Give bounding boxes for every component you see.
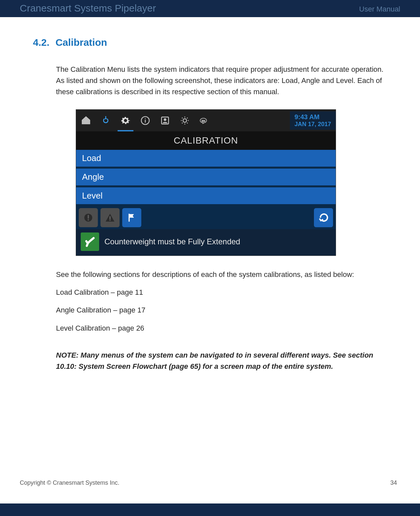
svg-point-3 xyxy=(183,119,187,122)
ref-level: Level Calibration – page 26 xyxy=(56,323,387,334)
info-icon[interactable] xyxy=(135,110,155,131)
back-icon[interactable] xyxy=(314,208,333,227)
clock-date: JAN 17, 2017 xyxy=(294,121,331,128)
body-text-block: The Calibration Menu lists the system in… xyxy=(56,64,387,97)
svg-point-2 xyxy=(164,119,166,121)
clock-time: 9:43 AM xyxy=(294,113,331,121)
device-screen-title: CALIBRATION xyxy=(76,131,336,150)
doc-type: User Manual xyxy=(359,5,400,14)
note-paragraph: NOTE: Many menus of the system can be na… xyxy=(56,350,387,372)
page-content: 4.2. Calibration The Calibration Menu li… xyxy=(0,17,420,372)
load-icon[interactable] xyxy=(96,110,116,131)
device-status-bar: Counterweight must be Fully Extended xyxy=(76,229,336,256)
section-title: Calibration xyxy=(55,37,107,48)
body-text-block-2: See the following sections for descripti… xyxy=(56,269,387,372)
device-button-row xyxy=(76,206,336,229)
warning-triangle-icon[interactable] xyxy=(100,208,120,227)
device-clock: 9:43 AM JAN 17, 2017 xyxy=(290,111,336,130)
menu-item-level[interactable]: Level xyxy=(76,187,336,204)
copyright-text: Copyright © Cranesmart Systems Inc. xyxy=(20,479,119,486)
user-icon[interactable] xyxy=(155,110,175,131)
status-text: Counterweight must be Fully Extended xyxy=(104,237,240,246)
svg-text:EN: EN xyxy=(202,120,205,122)
page-bottom-bar xyxy=(0,503,420,516)
device-tab-bar: EN 9:43 AM JAN 17, 2017 xyxy=(76,110,336,131)
settings-gear-icon[interactable] xyxy=(116,110,135,131)
page-number: 34 xyxy=(390,479,397,486)
language-icon[interactable]: EN xyxy=(195,110,214,131)
section-number: 4.2. xyxy=(33,37,49,48)
alert-circle-icon[interactable] xyxy=(79,208,98,227)
after-paragraph: See the following sections for descripti… xyxy=(56,269,387,280)
flag-icon[interactable] xyxy=(122,208,141,227)
page-header: Cranesmart Systems Pipelayer User Manual xyxy=(0,0,420,17)
home-icon[interactable] xyxy=(76,110,96,131)
page-footer: Copyright © Cranesmart Systems Inc. 34 xyxy=(20,479,397,486)
menu-item-angle[interactable]: Angle xyxy=(76,169,336,185)
ref-load: Load Calibration – page 11 xyxy=(56,287,387,298)
ref-angle: Angle Calibration – page 17 xyxy=(56,305,387,316)
product-title: Cranesmart Systems Pipelayer xyxy=(20,3,156,14)
brightness-icon[interactable] xyxy=(175,110,195,131)
intro-paragraph: The Calibration Menu lists the system in… xyxy=(56,64,387,97)
status-ok-icon xyxy=(81,232,99,251)
calibration-menu-list: Load Angle Level xyxy=(76,150,336,204)
device-screenshot: EN 9:43 AM JAN 17, 2017 CALIBRATION Load… xyxy=(76,109,336,256)
svg-point-7 xyxy=(88,219,89,221)
section-heading: 4.2. Calibration xyxy=(33,37,387,48)
menu-item-load[interactable]: Load xyxy=(76,150,336,167)
svg-point-8 xyxy=(109,220,111,221)
